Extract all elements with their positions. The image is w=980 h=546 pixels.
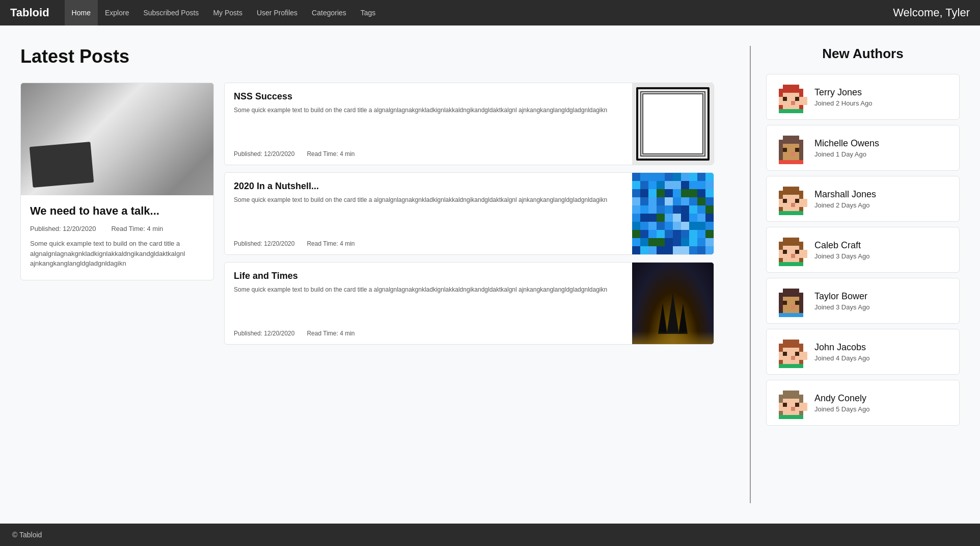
small-card-readtime: Read Time: 4 min — [307, 330, 355, 337]
author-joined: Joined 2 Days Ago — [814, 201, 951, 209]
posts-title: Latest Posts — [20, 46, 714, 67]
featured-post-excerpt: Some quick example text to build on the … — [30, 239, 204, 269]
small-posts-list: NSS Success Some quick example text to b… — [224, 83, 714, 345]
author-joined: Joined 4 Days Ago — [814, 354, 951, 362]
navbar: Tabloid HomeExploreSubscribed PostsMy Po… — [0, 0, 980, 25]
author-info: Caleb CraftJoined 3 Days Ago — [814, 240, 951, 260]
author-name: Michelle Owens — [814, 138, 951, 149]
authors-title: New Authors — [766, 46, 960, 62]
small-card-body: Life and Times Some quick example text t… — [225, 263, 632, 344]
nav-link-explore[interactable]: Explore — [98, 0, 136, 25]
section-divider — [750, 46, 751, 503]
small-card-published: Published: 12/20/2020 — [234, 330, 294, 337]
author-joined: Joined 3 Days Ago — [814, 303, 951, 311]
author-info: Andy ConelyJoined 5 Days Ago — [814, 393, 951, 413]
author-avatar — [775, 132, 807, 164]
authors-section: New Authors Terry JonesJoined 2 Hours Ag… — [766, 46, 960, 503]
author-info: Marshall JonesJoined 2 Days Ago — [814, 189, 951, 209]
small-card-title: NSS Success — [234, 91, 623, 102]
main-content: Latest Posts We need to have a talk... P… — [0, 25, 980, 524]
author-info: Taylor BowerJoined 3 Days Ago — [814, 291, 951, 311]
author-avatar — [775, 81, 807, 113]
author-name: Marshall Jones — [814, 189, 951, 200]
small-card-image — [632, 83, 714, 165]
small-card-readtime: Read Time: 4 min — [307, 150, 355, 158]
posts-grid: We need to have a talk... Published: 12/… — [20, 83, 714, 345]
author-name: Taylor Bower — [814, 291, 951, 302]
small-card-excerpt: Some quick example text to build on the … — [234, 285, 623, 325]
small-card-published: Published: 12/20/2020 — [234, 240, 294, 247]
featured-post-image — [21, 83, 213, 195]
small-card-body: NSS Success Some quick example text to b… — [225, 83, 632, 165]
author-info: Michelle OwensJoined 1 Day Ago — [814, 138, 951, 158]
featured-post-meta: Published: 12/20/2020 Read Time: 4 min — [30, 225, 204, 232]
author-joined: Joined 2 Hours Ago — [814, 99, 951, 107]
small-card-readtime: Read Time: 4 min — [307, 240, 355, 247]
small-card-meta: Published: 12/20/2020 Read Time: 4 min — [234, 330, 623, 337]
featured-post-title: We need to have a talk... — [30, 204, 204, 218]
author-avatar — [775, 386, 807, 419]
small-post-card[interactable]: Life and Times Some quick example text t… — [224, 262, 714, 345]
brand-logo[interactable]: Tabloid — [10, 6, 49, 19]
author-joined: Joined 5 Days Ago — [814, 405, 951, 413]
author-avatar — [775, 284, 807, 317]
posts-section: Latest Posts We need to have a talk... P… — [20, 46, 734, 503]
author-joined: Joined 1 Day Ago — [814, 150, 951, 158]
footer: © Tabloid — [0, 524, 980, 546]
footer-text: © Tabloid — [12, 531, 42, 539]
author-card[interactable]: Michelle OwensJoined 1 Day Ago — [766, 125, 960, 171]
author-name: Terry Jones — [814, 87, 951, 98]
author-card[interactable]: Terry JonesJoined 2 Hours Ago — [766, 74, 960, 120]
nav-link-user-profiles[interactable]: User Profiles — [250, 0, 305, 25]
welcome-message: Welcome, Tyler — [893, 6, 970, 19]
small-card-meta: Published: 12/20/2020 Read Time: 4 min — [234, 240, 623, 247]
small-card-image — [632, 263, 714, 344]
author-name: Caleb Craft — [814, 240, 951, 251]
author-avatar — [775, 335, 807, 368]
nav-link-subscribed-posts[interactable]: Subscribed Posts — [136, 0, 206, 25]
small-card-published: Published: 12/20/2020 — [234, 150, 294, 158]
small-post-card[interactable]: NSS Success Some quick example text to b… — [224, 83, 714, 165]
author-avatar — [775, 233, 807, 266]
featured-post-body: We need to have a talk... Published: 12/… — [21, 195, 213, 280]
small-card-excerpt: Some quick example text to build on the … — [234, 106, 623, 145]
author-card[interactable]: Marshall JonesJoined 2 Days Ago — [766, 176, 960, 222]
nav-link-home[interactable]: Home — [65, 0, 98, 25]
author-avatar — [775, 183, 807, 215]
small-card-body: 2020 In a Nutshell... Some quick example… — [225, 173, 632, 254]
small-card-image — [632, 173, 714, 254]
featured-post-readtime: Read Time: 4 min — [111, 225, 163, 232]
author-card[interactable]: Caleb CraftJoined 3 Days Ago — [766, 227, 960, 273]
featured-post-published: Published: 12/20/2020 — [30, 225, 96, 232]
author-card[interactable]: Andy ConelyJoined 5 Days Ago — [766, 380, 960, 426]
nav-link-tags[interactable]: Tags — [353, 0, 383, 25]
nav-links: HomeExploreSubscribed PostsMy PostsUser … — [65, 0, 893, 25]
small-card-title: 2020 In a Nutshell... — [234, 181, 623, 192]
nav-link-my-posts[interactable]: My Posts — [206, 0, 250, 25]
author-name: Andy Conely — [814, 393, 951, 404]
author-name: John Jacobs — [814, 342, 951, 353]
featured-post-image-inner — [21, 83, 213, 195]
small-post-card[interactable]: 2020 In a Nutshell... Some quick example… — [224, 172, 714, 255]
featured-post-card[interactable]: We need to have a talk... Published: 12/… — [20, 83, 214, 280]
author-info: John JacobsJoined 4 Days Ago — [814, 342, 951, 362]
author-card[interactable]: Taylor BowerJoined 3 Days Ago — [766, 278, 960, 324]
author-joined: Joined 3 Days Ago — [814, 252, 951, 260]
small-card-excerpt: Some quick example text to build on the … — [234, 196, 623, 235]
small-card-title: Life and Times — [234, 271, 623, 281]
small-card-meta: Published: 12/20/2020 Read Time: 4 min — [234, 150, 623, 158]
authors-list: Terry JonesJoined 2 Hours AgoMichelle Ow… — [766, 74, 960, 426]
author-card[interactable]: John JacobsJoined 4 Days Ago — [766, 329, 960, 375]
nav-link-categories[interactable]: Categories — [305, 0, 353, 25]
author-info: Terry JonesJoined 2 Hours Ago — [814, 87, 951, 107]
